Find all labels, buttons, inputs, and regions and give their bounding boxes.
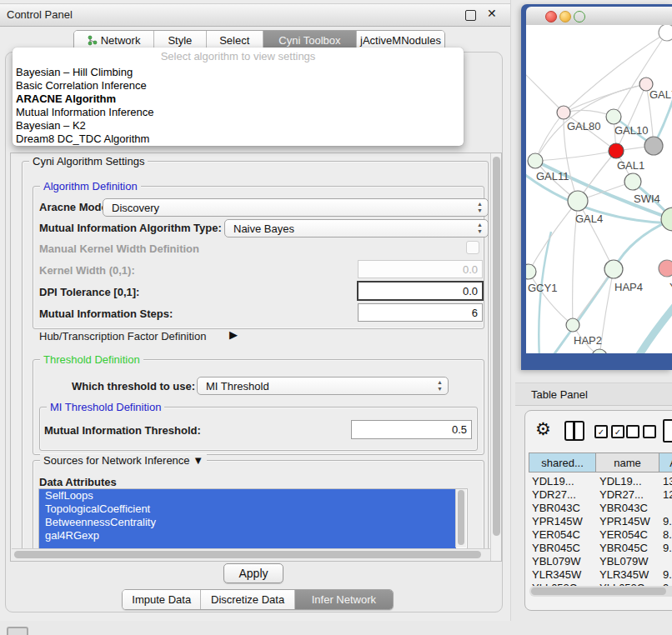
zoom-traffic-light-icon[interactable] [574, 11, 585, 22]
network-node-gal80[interactable] [557, 106, 570, 119]
network-canvas[interactable]: GAL7GAL80GAL10GAL1GAL11GAL4SWI4GCY1HAP4Y… [526, 25, 672, 353]
split-columns-icon[interactable] [564, 421, 584, 441]
network-node-label: HAP2 [574, 334, 602, 347]
network-node[interactable] [592, 349, 607, 353]
unchecked-boxes-icon[interactable] [626, 425, 656, 438]
dropdown-item[interactable]: ARACNE Algorithm [16, 92, 458, 106]
settings-vscrollbar[interactable] [490, 153, 502, 561]
network-node[interactable] [644, 137, 663, 155]
algorithm-dropdown-popup: Select algorithm to view settings Bayesi… [13, 48, 464, 146]
settings-hscrollbar[interactable] [12, 548, 499, 561]
table-cell[interactable]: YER054C [599, 528, 659, 542]
table-cell[interactable]: YBL079W [532, 555, 596, 568]
network-node-label: GAL10 [614, 124, 648, 137]
close-icon[interactable]: ✕ [487, 7, 497, 20]
manual-kernel-label: Manual Kernel Width Definition [39, 242, 199, 255]
table-cell[interactable]: YPR145W [599, 515, 659, 528]
table-cell[interactable]: 9. [663, 542, 672, 555]
tab-impute-data[interactable]: Impute Data [123, 590, 201, 609]
dropdown-item[interactable]: Basic Correlation Inference [16, 79, 458, 92]
table-cell[interactable]: YBR045C [532, 542, 596, 555]
table-cell[interactable]: YPR145W [532, 515, 596, 528]
data-attributes-list[interactable]: SelfLoopsTopologicalCoefficientBetweenne… [38, 488, 468, 550]
network-edge[interactable] [529, 201, 578, 272]
list-vscrollbar[interactable] [455, 489, 466, 548]
table-cell[interactable]: YDL19... [599, 475, 659, 488]
dropdown-item[interactable]: Bayesian – K2 [16, 119, 458, 132]
network-node-swi4[interactable] [624, 173, 641, 190]
table-cell[interactable]: YBR045C [599, 542, 659, 555]
tab-infer-network[interactable]: Infer Network [295, 590, 393, 609]
table-cell[interactable]: 9. [663, 515, 672, 528]
network-edge[interactable] [573, 269, 614, 325]
checked-boxes-icon[interactable]: ✓✓ [594, 425, 624, 438]
network-edge-thick[interactable] [636, 302, 672, 353]
minimize-traffic-light-icon[interactable] [559, 11, 571, 22]
list-item[interactable]: BetweennessCentrality [39, 516, 456, 529]
apply-button[interactable]: Apply [223, 563, 283, 583]
list-item[interactable]: gal4RGexp [39, 529, 456, 542]
column-header[interactable]: shared... [529, 452, 596, 472]
network-node-y[interactable] [659, 260, 672, 277]
table-cell[interactable]: YLR345W [532, 568, 596, 582]
dropdown-item[interactable]: Dream8 DC_TDC Algorithm [16, 132, 458, 146]
table-cell[interactable]: YBL079W [599, 555, 659, 568]
network-node[interactable] [659, 25, 672, 41]
table-cell[interactable]: 13 [663, 475, 672, 488]
dropdown-item[interactable]: Mutual Information Inference [16, 106, 458, 119]
network-edge[interactable] [526, 71, 564, 112]
table-cell[interactable] [663, 555, 672, 568]
table-cell[interactable]: YDR27... [599, 488, 659, 502]
table-hscrollbar[interactable] [529, 586, 672, 597]
float-window-icon[interactable] [465, 10, 476, 21]
list-item[interactable]: TopologicalCoefficient [39, 502, 456, 516]
page-icon[interactable] [663, 419, 672, 442]
apply-label: Apply [238, 567, 268, 580]
hub-definition-label[interactable]: Hub/Transcription Factor Definition [39, 330, 206, 342]
dropdown-item[interactable]: Bayesian – Hill Climbing [16, 66, 458, 79]
network-node-label: GAL1 [617, 159, 644, 172]
dpi-tolerance-input[interactable]: 0.0 [357, 281, 484, 301]
network-edge[interactable] [529, 272, 573, 325]
network-node[interactable] [661, 208, 672, 231]
table-cell[interactable]: YLR345W [599, 568, 659, 582]
table-cell[interactable]: 9. [663, 568, 672, 582]
network-node-gcy1[interactable] [526, 264, 536, 279]
table-cell[interactable] [663, 502, 672, 515]
kernel-width-input[interactable]: 0.0 [358, 260, 483, 278]
network-window-titlebar[interactable] [526, 7, 672, 26]
table-cell[interactable]: YDL19... [532, 475, 596, 488]
network-node-gal10[interactable] [606, 109, 621, 124]
table-cell[interactable]: YBR043C [599, 502, 659, 515]
network-edge[interactable] [614, 32, 667, 117]
sources-title[interactable]: Sources for Network Inference ▼ [40, 454, 207, 467]
table-cell[interactable]: YDR27... [532, 488, 596, 502]
manual-kernel-checkbox[interactable] [466, 241, 479, 254]
table-cell[interactable]: 12 [663, 488, 672, 502]
expand-right-icon[interactable]: ▶ [229, 328, 238, 341]
table-cell[interactable]: 8. [663, 528, 672, 542]
mi-steps-input[interactable]: 6 [358, 303, 483, 322]
tab-discretize-data[interactable]: Discretize Data [201, 590, 294, 609]
table-cell[interactable]: YER054C [532, 528, 596, 542]
network-edge[interactable] [535, 151, 616, 161]
column-header[interactable]: A [659, 452, 672, 472]
list-item[interactable]: SelfLoops [39, 489, 456, 502]
close-traffic-light-icon[interactable] [545, 11, 557, 22]
network-edge[interactable] [564, 84, 646, 112]
node-table[interactable]: shared...nameAYDL19...YDL19...13YDR27...… [529, 452, 672, 586]
network-node-hap4[interactable] [604, 260, 623, 278]
aracne-mode-select[interactable]: Discovery ▲▼ [103, 198, 489, 217]
network-node-hap2[interactable] [566, 318, 579, 332]
which-threshold-select[interactable]: MI Threshold ▲▼ [197, 377, 449, 395]
mi-threshold-input[interactable]: 0.5 [351, 420, 472, 439]
network-node-gal4[interactable] [568, 191, 588, 211]
network-node-gal1[interactable] [609, 143, 624, 158]
gear-icon[interactable]: ⚙ [535, 421, 551, 438]
aracne-mode-value: Discovery [112, 202, 159, 214]
column-header[interactable]: name [596, 452, 659, 472]
network-node-gal11[interactable] [528, 153, 543, 168]
partial-button[interactable] [7, 627, 28, 635]
mi-type-select[interactable]: Naive Bayes ▲▼ [224, 219, 489, 238]
table-cell[interactable]: YBR043C [532, 502, 596, 515]
